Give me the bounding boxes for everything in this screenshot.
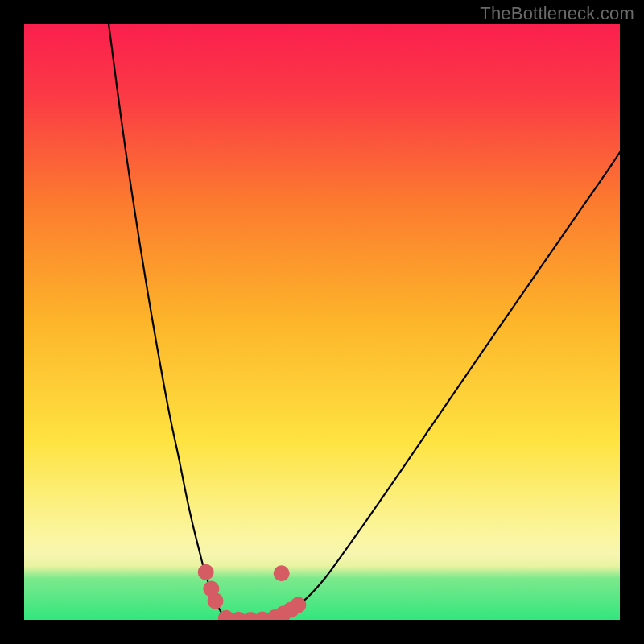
chart-frame: TheBottleneck.com xyxy=(0,0,644,644)
plot-background xyxy=(24,24,620,620)
watermark-text: TheBottleneck.com xyxy=(480,3,634,24)
marker-dot xyxy=(208,592,224,609)
marker-dot xyxy=(290,597,306,613)
marker-dot xyxy=(198,564,214,580)
marker-dot xyxy=(274,565,290,581)
chart-plot xyxy=(24,24,620,620)
